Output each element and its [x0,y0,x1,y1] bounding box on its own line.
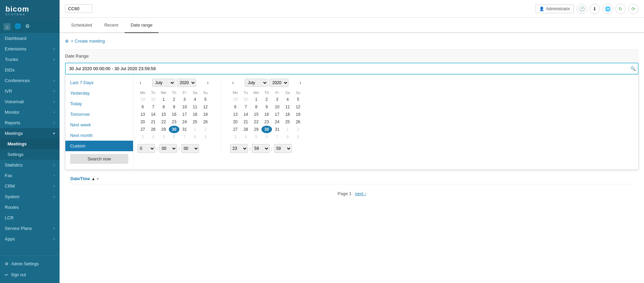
calendar-day[interactable]: 16 [261,111,272,118]
calendar-day[interactable]: 6 [261,133,272,141]
calendar-next-left-button[interactable]: › [205,79,211,87]
calendar-day[interactable]: 9 [293,133,303,141]
sidebar-item-voicemail[interactable]: Voicemail › [0,96,60,107]
sidebar-item-dashboard[interactable]: Dashboard [0,33,60,44]
tab-recent[interactable]: Recent [98,18,124,33]
sidebar-item-conferences[interactable]: Conferences › [0,75,60,86]
home-icon[interactable]: ⌂ [3,23,11,30]
calendar-day[interactable]: 8 [283,133,293,141]
calendar-day[interactable]: 8 [251,103,261,111]
calendar-day[interactable]: 28 [241,126,251,133]
calendar-day[interactable]: 22 [158,118,169,126]
calendar-day[interactable]: 29 [138,96,148,103]
calendar-day[interactable]: 30 [148,96,159,103]
calendar-day[interactable]: 31 [179,126,190,133]
year-select-left[interactable]: 2020 2021 [177,79,196,87]
month-select-right[interactable]: July August [245,79,268,87]
sidebar-item-ivr[interactable]: IVR › [0,86,60,96]
calendar-day[interactable]: 18 [190,111,200,118]
tab-scheduled[interactable]: Scheduled [65,18,98,33]
calendar-day[interactable]: 25 [283,118,293,126]
calendar-day[interactable]: 14 [148,111,159,118]
calendar-day[interactable]: 4 [148,133,159,141]
calendar-day[interactable]: 30 [261,126,272,133]
calendar-day[interactable]: 3 [272,96,283,103]
tab-date-range[interactable]: Date range [125,18,159,33]
calendar-day[interactable]: 11 [283,103,293,111]
sidebar-subitem-settings[interactable]: Settings [0,149,60,160]
sidebar-item-crm[interactable]: CRM › [0,181,60,191]
calendar-day[interactable]: 5 [158,133,169,141]
sidebar-item-trunks[interactable]: Trunks › [0,54,60,65]
calendar-day[interactable]: 4 [241,133,251,141]
settings-icon[interactable]: ⚙ [25,23,30,30]
calendar-day[interactable]: 18 [283,111,293,118]
calendar-day[interactable]: 27 [138,126,148,133]
sidebar-item-dids[interactable]: DIDs [0,65,60,75]
calendar-day[interactable]: 1 [158,96,169,103]
quick-option-next-week[interactable]: Next week [65,120,133,130]
calendar-day[interactable]: 16 [169,111,179,118]
globe-icon[interactable]: 🌐 [15,23,21,30]
calendar-day[interactable]: 2 [200,126,211,133]
calendar-next-right-button[interactable]: › [297,79,303,87]
hour-select-right[interactable]: 23220 [230,144,248,153]
second-select-right[interactable]: 5900 [274,144,292,153]
calendar-day[interactable]: 26 [200,118,211,126]
sidebar-item-meetings[interactable]: Meetings ▾ [0,128,60,139]
calendar-day[interactable]: 3 [230,133,241,141]
sidebar-item-statistics[interactable]: Statistics › [0,160,60,170]
calendar-day[interactable]: 21 [241,118,251,126]
sidebar-item-monitor[interactable]: Monitor › [0,107,60,117]
clock-icon-button[interactable]: 🕐 [577,4,587,14]
sidebar-item-extensions[interactable]: Extensions › [0,44,60,54]
calendar-day[interactable]: 30 [241,96,251,103]
sidebar-subitem-meetings[interactable]: Meetings [0,139,60,149]
calendar-day[interactable]: 9 [261,103,272,111]
next-page-button[interactable]: next › [355,191,366,196]
calendar-day[interactable]: 19 [293,111,303,118]
calendar-day[interactable]: 19 [200,111,211,118]
instance-select[interactable]: CC60 [65,4,92,13]
sort-filter-icon[interactable]: ▾ [97,177,99,181]
calendar-day[interactable]: 6 [230,103,241,111]
calendar-day[interactable]: 8 [158,103,169,111]
second-select-left[interactable]: 0030 [181,144,199,153]
sidebar-item-service-plans[interactable]: Service Plans › [0,223,60,234]
calendar-day[interactable]: 12 [293,103,303,111]
sidebar-item-reports[interactable]: Reports › [0,117,60,128]
quick-option-custom[interactable]: Custom [65,141,133,151]
month-select-left[interactable]: July August [152,79,175,87]
search-now-button[interactable]: Search now [70,154,128,164]
calendar-day[interactable]: 26 [293,118,303,126]
calendar-day[interactable]: 10 [272,103,283,111]
create-meeting-button[interactable]: ⊕ + Create meeting [65,38,105,44]
calendar-day[interactable]: 28 [148,126,159,133]
calendar-day[interactable]: 2 [261,96,272,103]
calendar-day[interactable]: 8 [190,133,200,141]
calendar-day[interactable]: 5 [251,133,261,141]
calendar-day[interactable]: 25 [190,118,200,126]
calendar-day[interactable]: 24 [272,118,283,126]
sidebar-item-routes[interactable]: Routes [0,202,60,213]
quick-option-last7[interactable]: Last 7 Days [65,77,133,88]
calendar-day[interactable]: 22 [251,118,261,126]
calendar-day[interactable]: 10 [179,103,190,111]
calendar-day[interactable]: 13 [138,111,148,118]
year-select-right[interactable]: 2020 2021 [269,79,289,87]
quick-option-next-month[interactable]: Next month [65,130,133,141]
calendar-day[interactable]: 24 [179,118,190,126]
calendar-day[interactable]: 11 [190,103,200,111]
calendar-day[interactable]: 5 [293,96,303,103]
calendar-day[interactable]: 7 [272,133,283,141]
globe-icon-button[interactable]: 🌐 [602,4,613,14]
calendar-day[interactable]: 9 [169,103,179,111]
calendar-day[interactable]: 29 [230,96,241,103]
refresh-icon-button[interactable]: ↻ [615,4,626,14]
calendar-day[interactable]: 23 [169,118,179,126]
calendar-day[interactable]: 30 [169,126,179,133]
calendar-day[interactable]: 3 [138,133,148,141]
download-icon-button[interactable]: ⬇ [590,4,600,14]
calendar-day[interactable]: 2 [169,96,179,103]
calendar-day[interactable]: 4 [283,96,293,103]
